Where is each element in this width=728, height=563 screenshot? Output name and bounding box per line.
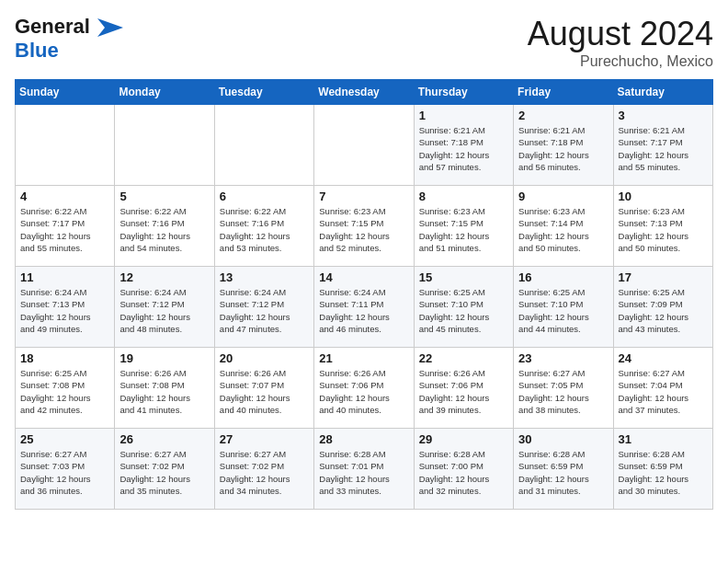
- day-detail: Sunrise: 6:27 AMSunset: 7:02 PMDaylight:…: [119, 448, 209, 497]
- logo: General Blue: [15, 15, 123, 63]
- calendar-week-row: 1Sunrise: 6:21 AMSunset: 7:18 PMDaylight…: [16, 105, 713, 186]
- calendar-cell: 12Sunrise: 6:24 AMSunset: 7:12 PMDayligh…: [115, 267, 214, 348]
- logo-blue: Blue: [15, 39, 59, 62]
- day-number: 8: [419, 190, 508, 203]
- day-detail: Sunrise: 6:24 AMSunset: 7:11 PMDaylight:…: [319, 286, 408, 335]
- calendar-cell: 10Sunrise: 6:23 AMSunset: 7:13 PMDayligh…: [613, 186, 712, 267]
- calendar-cell: 5Sunrise: 6:22 AMSunset: 7:16 PMDaylight…: [115, 186, 214, 267]
- calendar-cell: 20Sunrise: 6:26 AMSunset: 7:07 PMDayligh…: [214, 348, 313, 429]
- day-number: 14: [319, 270, 408, 284]
- calendar-cell: 16Sunrise: 6:25 AMSunset: 7:10 PMDayligh…: [514, 267, 613, 348]
- calendar-cell: 22Sunrise: 6:26 AMSunset: 7:06 PMDayligh…: [414, 348, 513, 429]
- day-detail: Sunrise: 6:25 AMSunset: 7:10 PMDaylight:…: [518, 286, 608, 335]
- calendar-cell: [16, 105, 115, 186]
- calendar-cell: 24Sunrise: 6:27 AMSunset: 7:04 PMDayligh…: [613, 348, 712, 429]
- day-number: 25: [20, 432, 109, 446]
- day-detail: Sunrise: 6:26 AMSunset: 7:08 PMDaylight:…: [119, 367, 209, 416]
- page-header: General Blue August 2024 Purechucho, Mex…: [15, 15, 713, 70]
- day-number: 19: [119, 351, 209, 365]
- day-number: 27: [220, 432, 309, 446]
- weekday-header-cell: Friday: [514, 80, 613, 105]
- calendar-cell: 3Sunrise: 6:21 AMSunset: 7:17 PMDaylight…: [613, 105, 712, 186]
- day-detail: Sunrise: 6:25 AMSunset: 7:10 PMDaylight:…: [419, 286, 508, 335]
- day-detail: Sunrise: 6:21 AMSunset: 7:17 PMDaylight:…: [619, 124, 708, 173]
- calendar-cell: 13Sunrise: 6:24 AMSunset: 7:12 PMDayligh…: [214, 267, 313, 348]
- day-detail: Sunrise: 6:21 AMSunset: 7:18 PMDaylight:…: [518, 124, 608, 173]
- calendar-title-block: August 2024 Purechucho, Mexico: [528, 15, 713, 70]
- calendar-cell: 31Sunrise: 6:28 AMSunset: 6:59 PMDayligh…: [613, 429, 712, 510]
- calendar-cell: 6Sunrise: 6:22 AMSunset: 7:16 PMDaylight…: [214, 186, 313, 267]
- day-detail: Sunrise: 6:21 AMSunset: 7:18 PMDaylight:…: [419, 124, 508, 173]
- calendar-cell: 11Sunrise: 6:24 AMSunset: 7:13 PMDayligh…: [16, 267, 115, 348]
- calendar-cell: 4Sunrise: 6:22 AMSunset: 7:17 PMDaylight…: [16, 186, 115, 267]
- calendar-cell: 14Sunrise: 6:24 AMSunset: 7:11 PMDayligh…: [314, 267, 414, 348]
- day-number: 5: [119, 190, 209, 203]
- day-detail: Sunrise: 6:27 AMSunset: 7:02 PMDaylight:…: [220, 448, 309, 497]
- weekday-header-cell: Tuesday: [214, 80, 313, 105]
- day-number: 24: [619, 351, 708, 365]
- weekday-header-cell: Sunday: [16, 80, 115, 105]
- day-number: 17: [619, 270, 708, 284]
- calendar-cell: 19Sunrise: 6:26 AMSunset: 7:08 PMDayligh…: [115, 348, 214, 429]
- calendar-cell: [314, 105, 414, 186]
- day-detail: Sunrise: 6:26 AMSunset: 7:07 PMDaylight:…: [220, 367, 309, 416]
- weekday-header-cell: Wednesday: [314, 80, 414, 105]
- calendar-cell: 26Sunrise: 6:27 AMSunset: 7:02 PMDayligh…: [115, 429, 214, 510]
- day-detail: Sunrise: 6:23 AMSunset: 7:14 PMDaylight:…: [518, 205, 608, 254]
- day-number: 6: [220, 190, 309, 203]
- calendar-table: SundayMondayTuesdayWednesdayThursdayFrid…: [15, 79, 713, 510]
- day-number: 3: [619, 109, 708, 122]
- day-detail: Sunrise: 6:26 AMSunset: 7:06 PMDaylight:…: [319, 367, 408, 416]
- day-number: 11: [20, 270, 109, 284]
- day-number: 16: [518, 270, 608, 284]
- month-year-title: August 2024: [528, 15, 713, 53]
- calendar-cell: 25Sunrise: 6:27 AMSunset: 7:03 PMDayligh…: [16, 429, 115, 510]
- calendar-cell: 28Sunrise: 6:28 AMSunset: 7:01 PMDayligh…: [314, 429, 414, 510]
- calendar-week-row: 4Sunrise: 6:22 AMSunset: 7:17 PMDaylight…: [16, 186, 713, 267]
- day-detail: Sunrise: 6:23 AMSunset: 7:13 PMDaylight:…: [619, 205, 708, 254]
- calendar-cell: 27Sunrise: 6:27 AMSunset: 7:02 PMDayligh…: [214, 429, 313, 510]
- calendar-cell: 29Sunrise: 6:28 AMSunset: 7:00 PMDayligh…: [414, 429, 513, 510]
- calendar-cell: [214, 105, 313, 186]
- day-number: 29: [419, 432, 508, 446]
- calendar-cell: 17Sunrise: 6:25 AMSunset: 7:09 PMDayligh…: [613, 267, 712, 348]
- day-detail: Sunrise: 6:26 AMSunset: 7:06 PMDaylight:…: [419, 367, 508, 416]
- day-number: 20: [220, 351, 309, 365]
- day-detail: Sunrise: 6:24 AMSunset: 7:12 PMDaylight:…: [220, 286, 309, 335]
- day-detail: Sunrise: 6:25 AMSunset: 7:08 PMDaylight:…: [20, 367, 109, 416]
- calendar-cell: 9Sunrise: 6:23 AMSunset: 7:14 PMDaylight…: [514, 186, 613, 267]
- day-detail: Sunrise: 6:28 AMSunset: 6:59 PMDaylight:…: [518, 448, 608, 497]
- day-detail: Sunrise: 6:22 AMSunset: 7:16 PMDaylight:…: [119, 205, 209, 254]
- calendar-cell: [115, 105, 214, 186]
- calendar-cell: 30Sunrise: 6:28 AMSunset: 6:59 PMDayligh…: [514, 429, 613, 510]
- day-detail: Sunrise: 6:22 AMSunset: 7:17 PMDaylight:…: [20, 205, 109, 254]
- day-number: 22: [419, 351, 508, 365]
- svg-marker-0: [97, 18, 123, 37]
- day-number: 1: [419, 109, 508, 122]
- calendar-cell: 7Sunrise: 6:23 AMSunset: 7:15 PMDaylight…: [314, 186, 414, 267]
- day-number: 26: [119, 432, 209, 446]
- calendar-week-row: 18Sunrise: 6:25 AMSunset: 7:08 PMDayligh…: [16, 348, 713, 429]
- weekday-header-cell: Monday: [115, 80, 214, 105]
- day-detail: Sunrise: 6:24 AMSunset: 7:12 PMDaylight:…: [119, 286, 209, 335]
- calendar-cell: 8Sunrise: 6:23 AMSunset: 7:15 PMDaylight…: [414, 186, 513, 267]
- calendar-cell: 21Sunrise: 6:26 AMSunset: 7:06 PMDayligh…: [314, 348, 414, 429]
- day-detail: Sunrise: 6:27 AMSunset: 7:05 PMDaylight:…: [518, 367, 608, 416]
- weekday-header-cell: Thursday: [414, 80, 513, 105]
- day-number: 28: [319, 432, 408, 446]
- calendar-cell: 18Sunrise: 6:25 AMSunset: 7:08 PMDayligh…: [16, 348, 115, 429]
- day-detail: Sunrise: 6:28 AMSunset: 6:59 PMDaylight:…: [619, 448, 708, 497]
- day-detail: Sunrise: 6:23 AMSunset: 7:15 PMDaylight:…: [419, 205, 508, 254]
- day-detail: Sunrise: 6:27 AMSunset: 7:04 PMDaylight:…: [619, 367, 708, 416]
- day-detail: Sunrise: 6:25 AMSunset: 7:09 PMDaylight:…: [619, 286, 708, 335]
- weekday-header-cell: Saturday: [613, 80, 712, 105]
- calendar-cell: 15Sunrise: 6:25 AMSunset: 7:10 PMDayligh…: [414, 267, 513, 348]
- day-number: 9: [518, 190, 608, 203]
- day-number: 10: [619, 190, 708, 203]
- weekday-header-row: SundayMondayTuesdayWednesdayThursdayFrid…: [16, 80, 713, 105]
- day-number: 4: [20, 190, 109, 203]
- day-number: 15: [419, 270, 508, 284]
- day-number: 18: [20, 351, 109, 365]
- location-subtitle: Purechucho, Mexico: [528, 53, 713, 70]
- day-number: 2: [518, 109, 608, 122]
